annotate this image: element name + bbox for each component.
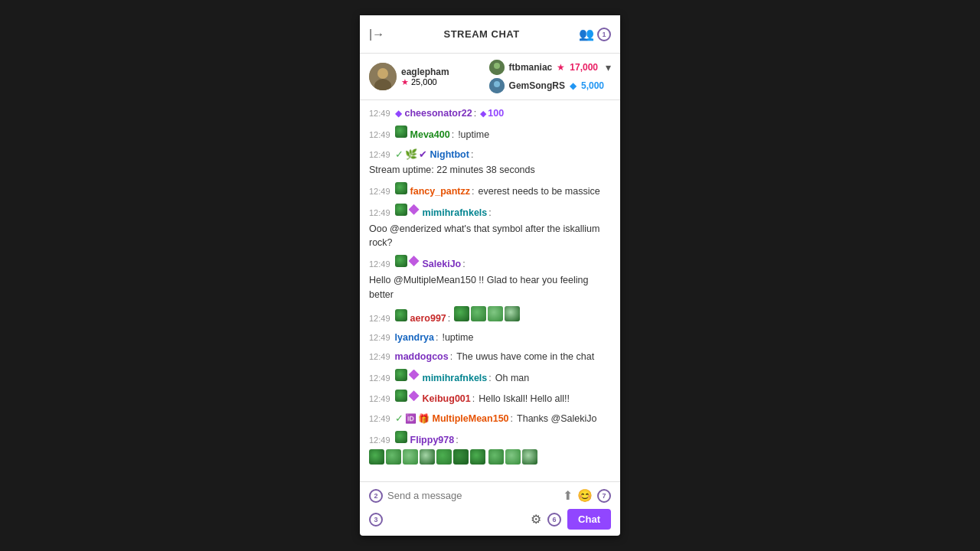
username[interactable]: Meva400 [410,128,450,142]
chat-panel: |→ STREAM CHAT 👥 1 eaglepham ★ 25,000 [360,15,620,536]
emote [386,449,401,465]
message-input[interactable] [387,490,558,501]
list-item: 12:49 mimihrafnkels: Ooo @enderized what… [369,204,611,250]
badge-icon [395,390,407,402]
emote [488,306,503,321]
list-item: 12:49 ✓ 🌿 ✔ Nightbot: Stream uptime: 22 … [369,147,611,178]
emote [471,306,486,321]
gift-icon: 🎁 [418,412,430,425]
badge-3: 3 [369,513,383,527]
emote [505,306,520,321]
main-viewer-info: eaglepham ★ 25,000 [401,67,449,87]
check-icon: ✓ [395,411,403,426]
username[interactable]: SalekiJo [423,257,462,272]
list-item: 12:49 lyandrya: !uptime [369,331,611,345]
chat-header: |→ STREAM CHAT 👥 1 [360,15,620,54]
star-icon: ★ [401,77,409,87]
emote [505,449,521,465]
check-icon: ✓ [395,147,403,162]
emote [488,449,504,465]
username[interactable]: Keibug001 [423,392,471,406]
viewer-name-gem: GemSongRS [509,80,565,91]
chat-button[interactable]: Chat [567,509,611,530]
chat-input-row: 2 ⬆ 😊 7 [369,488,611,503]
verified-icon: ✔ [419,147,427,162]
list-item: 12:49 ✓ 🆔 🎁 MultipleMean150: Thanks @Sal… [369,411,611,426]
collapse-icon[interactable]: |→ [369,28,384,41]
badge-2: 2 [369,489,383,503]
bits-icon: ◆ [395,106,402,120]
svg-point-4 [494,63,500,69]
star-icon-3: ◆ [570,80,577,91]
viewers-bar: eaglepham ★ 25,000 ftbmaniac ★ 17,000 ▾ [360,54,620,100]
emote [436,449,452,465]
list-item: 12:49 Keibug001: Hello Iskall! Hello all… [369,390,611,406]
username[interactable]: maddogcos [395,350,449,364]
messages-area: 12:49 ◆ cheesonator22: ◆ 100 12:49 Meva4… [360,100,620,481]
list-item: 12:49 aero997: [369,306,611,326]
username[interactable]: aero997 [410,311,446,326]
viewer-avatar-gem [489,78,505,93]
badge-icon [395,126,407,138]
emote [454,306,469,321]
emote [420,449,435,465]
vip-icon [409,390,420,401]
vip-icon [409,256,420,266]
list-item: 12:49 mimihrafnkels: Oh man [369,369,611,386]
username[interactable]: mimihrafnkels [423,206,488,220]
bottom-row: 3 ⚙ 6 Chat [369,509,611,530]
emote [369,449,384,465]
points-icon[interactable]: ⬆ [563,488,573,503]
badge-icon [395,204,407,216]
list-item: 12:49 Meva400: !uptime [369,126,611,142]
badge-icon [395,309,407,321]
list-item: 12:49 Flippy978: [369,431,611,465]
vip-icon [409,370,420,380]
badge-icon [395,182,407,194]
viewer-row-2: GemSongRS ◆ 5,000 [489,78,611,93]
list-item: 12:49 SalekiJo: Hello @MultipleMean150 !… [369,255,611,302]
badge-1: 1 [597,28,611,41]
list-item: 12:49 fancy_pantzz: everest needs to be … [369,182,611,199]
chat-input-area: 2 ⬆ 😊 7 3 ⚙ 6 Chat [360,481,620,536]
list-item: 12:49 maddogcos: The uwus have come in t… [369,350,611,364]
vip-icon [409,204,420,215]
main-viewer-name: eaglepham [401,67,449,77]
svg-point-6 [494,81,500,87]
main-viewer-points: ★ 25,000 [401,77,449,87]
leaf-icon: 🌿 [405,147,417,162]
dropdown-arrow[interactable]: ▾ [606,61,611,73]
username[interactable]: MultipleMean150 [433,412,509,426]
users-icon[interactable]: 👥 [579,27,594,41]
badge-6: 6 [547,513,561,527]
chat-title: STREAM CHAT [384,28,579,40]
emote [403,449,418,465]
username[interactable]: Flippy978 [410,433,455,448]
id-icon: 🆔 [405,412,416,425]
emote [470,449,485,465]
viewer-row-1: ftbmaniac ★ 17,000 ▾ [489,60,611,75]
secondary-viewers: ftbmaniac ★ 17,000 ▾ GemSongRS ◆ 5,000 [489,60,611,93]
star-icon-2: ★ [557,62,565,73]
settings-icon[interactable]: ⚙ [531,512,541,527]
badge-icon [395,369,407,381]
badge-icon [395,255,407,267]
username[interactable]: lyandrya [395,331,434,345]
viewer-name-ftb: ftbmaniac [509,62,553,73]
badge-7: 7 [597,489,611,503]
emote [522,449,537,465]
username[interactable]: mimihrafnkels [423,371,488,386]
username[interactable]: Nightbot [430,148,469,162]
username[interactable]: fancy_pantzz [410,184,471,199]
list-item: 12:49 ◆ cheesonator22: ◆ 100 [369,106,611,121]
main-viewer-avatar [369,63,397,90]
viewer-avatar-ftb [489,60,505,75]
emote [453,449,469,465]
badge-icon [395,431,407,443]
svg-point-1 [377,68,388,79]
emoji-icon[interactable]: 😊 [577,488,593,503]
main-viewer: eaglepham ★ 25,000 [369,63,449,90]
username[interactable]: cheesonator22 [405,106,472,121]
